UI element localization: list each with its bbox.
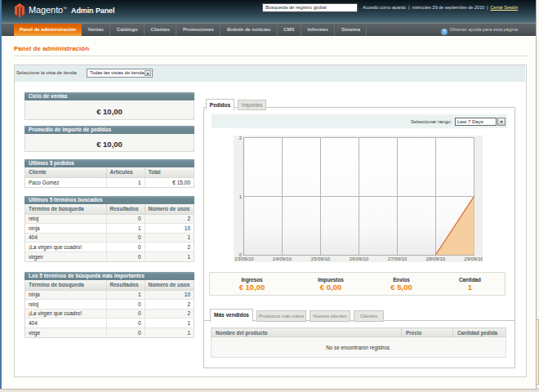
svg-text:26/09/10: 26/09/10 <box>350 256 369 261</box>
svg-text:29/09/10: 29/09/10 <box>464 256 483 261</box>
svg-text:23/09/10: 23/09/10 <box>234 256 254 261</box>
svg-text:24/09/10: 24/09/10 <box>273 256 292 261</box>
svg-text:25/09/10: 25/09/10 <box>311 256 331 261</box>
svg-text:28/09/10: 28/09/10 <box>426 256 446 261</box>
svg-text:27/09/10: 27/09/10 <box>388 256 408 261</box>
